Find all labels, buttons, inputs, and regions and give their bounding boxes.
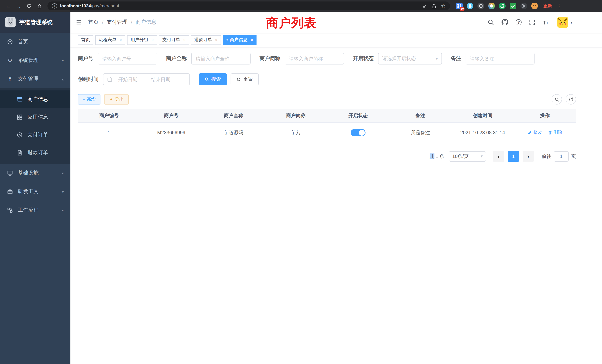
- search-button[interactable]: 搜索: [199, 73, 227, 85]
- search-button-label: 搜索: [211, 76, 221, 83]
- edit-link[interactable]: 修改: [527, 129, 542, 136]
- sidebar-item-merchant-info[interactable]: 商户信息: [0, 90, 70, 108]
- chevron-down-icon: ▾: [436, 56, 438, 61]
- breadcrumb-payment[interactable]: 支付管理: [107, 19, 128, 26]
- password-key-icon[interactable]: [422, 3, 427, 8]
- sidebar-item-workflow[interactable]: 工作流程 ▾: [0, 201, 70, 219]
- urlbar-actions: ☆: [422, 3, 446, 9]
- export-button[interactable]: 导出: [104, 94, 129, 105]
- url-bar[interactable]: i localhost:1024/pay/merchant ☆: [47, 1, 450, 10]
- home-button[interactable]: [35, 1, 44, 10]
- help-icon[interactable]: ?: [516, 19, 522, 25]
- url-path: /pay/merchant: [91, 3, 119, 9]
- extension-green-square-icon[interactable]: [510, 3, 516, 9]
- add-button[interactable]: + 新增: [78, 94, 100, 105]
- sidebar-item-dev-tools[interactable]: 研发工具 ▾: [0, 182, 70, 201]
- avatar: [557, 17, 568, 28]
- extension-drop-icon[interactable]: [467, 3, 473, 9]
- table-row: 1 M233666999 芋道源码 芋艿 我是备注 2021-10-23 08:…: [78, 122, 576, 143]
- tab-merchant-info[interactable]: ●商户信息×: [223, 35, 257, 45]
- tab-label: 首页: [81, 37, 90, 43]
- breadcrumb-separator: /: [102, 19, 103, 25]
- close-icon[interactable]: ×: [119, 37, 122, 43]
- close-icon[interactable]: ×: [251, 37, 253, 43]
- date-range-picker[interactable]: -: [103, 73, 190, 85]
- delete-link-label: 删除: [553, 129, 562, 136]
- forward-button[interactable]: →: [14, 1, 23, 10]
- merchant-table: 商户编号 商户号 商户全称 商户简称 开启状态 备注 创建时间 操作 1: [78, 109, 576, 143]
- merchant-no-label: 商户号: [78, 55, 93, 62]
- cell-full-name: 芋道源码: [202, 122, 265, 143]
- status-select[interactable]: 请选择开启状态 ▾: [378, 53, 442, 64]
- back-button[interactable]: ←: [4, 1, 13, 10]
- page-1-button[interactable]: 1: [508, 151, 519, 161]
- tab-label: 流程表单: [99, 37, 116, 43]
- delete-link[interactable]: 删除: [548, 129, 562, 136]
- full-name-input[interactable]: [191, 53, 251, 64]
- extension-avatar-icon[interactable]: [531, 3, 538, 9]
- cell-create-time: 2021-10-23 08:31:14: [452, 122, 514, 143]
- close-icon[interactable]: ×: [183, 37, 186, 43]
- merchant-no-input[interactable]: [98, 53, 157, 64]
- browser-update-button[interactable]: 更新: [543, 3, 552, 9]
- filter-remark: 备注: [451, 53, 535, 64]
- share-icon[interactable]: [432, 3, 437, 8]
- dashboard-icon: [7, 39, 13, 45]
- next-page-button[interactable]: ›: [523, 151, 534, 161]
- user-avatar-menu[interactable]: ▾: [557, 17, 572, 28]
- prev-page-button[interactable]: ‹: [493, 151, 504, 161]
- github-icon[interactable]: [502, 19, 508, 26]
- tab-process-form[interactable]: 流程表单×: [95, 35, 125, 45]
- goto-page-input[interactable]: [554, 151, 569, 161]
- reset-button[interactable]: 重置: [231, 73, 259, 85]
- search-icon[interactable]: [488, 19, 494, 26]
- reload-button[interactable]: [24, 1, 33, 10]
- extension-badge: 10: [460, 7, 464, 11]
- fullscreen-icon[interactable]: [529, 19, 536, 25]
- sidebar-item-app-info[interactable]: 应用信息: [0, 108, 70, 126]
- sidebar-item-home[interactable]: 首页: [0, 33, 70, 51]
- page-size-select[interactable]: 10条/页 ▾: [449, 151, 486, 161]
- close-icon[interactable]: ×: [151, 37, 154, 43]
- search-icon: [554, 97, 559, 102]
- status-select-placeholder: 请选择开启状态: [382, 55, 416, 62]
- site-info-icon[interactable]: i: [52, 3, 57, 9]
- short-name-input[interactable]: [285, 53, 344, 64]
- extension-grid-icon[interactable]: 10: [456, 3, 463, 9]
- sidebar-item-label: 基础设施: [18, 170, 39, 176]
- header-merchant-id: 商户编号: [78, 109, 140, 122]
- tab-refund-orders[interactable]: 退款订单×: [191, 35, 221, 45]
- sidebar-item-refund-orders[interactable]: 退款订单: [0, 144, 70, 162]
- bookmark-star-icon[interactable]: ☆: [441, 3, 446, 9]
- tab-home[interactable]: 首页: [78, 35, 93, 45]
- start-date-input[interactable]: [115, 76, 141, 82]
- browser-chrome: ← → i localhost:1024/pay/merchant ☆ 10: [0, 0, 602, 12]
- extension-pinwheel-icon[interactable]: [520, 3, 527, 9]
- close-icon[interactable]: ×: [215, 37, 218, 43]
- tag-bar: 首页 流程表单× 用户分组× 支付订单× 退款订单× ●商户信息×: [70, 33, 602, 47]
- font-size-icon[interactable]: TT: [543, 20, 548, 25]
- app-logo[interactable]: 芋道管理系统: [0, 12, 70, 33]
- sidebar-item-infra[interactable]: 基础设施 ▾: [0, 164, 70, 182]
- pencil-icon: [527, 130, 532, 135]
- browser-menu-icon[interactable]: ⋮: [556, 3, 562, 9]
- tab-payment-orders[interactable]: 支付订单×: [159, 35, 189, 45]
- extension-green-circle-icon[interactable]: [499, 3, 506, 9]
- date-separator: -: [143, 76, 145, 82]
- sidebar-item-payment-orders[interactable]: 支付订单: [0, 126, 70, 144]
- extension-colorful-icon[interactable]: [488, 3, 495, 9]
- status-toggle[interactable]: [351, 129, 366, 136]
- sidebar-item-system[interactable]: ⚙ 系统管理 ▾: [0, 51, 70, 70]
- breadcrumb-home[interactable]: 首页: [88, 19, 99, 26]
- refresh-table-button[interactable]: [566, 94, 576, 105]
- toggle-search-button[interactable]: [552, 94, 562, 105]
- full-name-label: 商户全称: [166, 55, 187, 62]
- sidebar-item-payment[interactable]: ¥ 支付管理 ▴: [0, 70, 70, 88]
- end-date-input[interactable]: [147, 76, 174, 82]
- extension-dark-circle-icon[interactable]: [477, 3, 484, 9]
- remark-input[interactable]: [466, 53, 535, 64]
- pagination: 共 1 条 10条/页 ▾ ‹ 1 › 前往 页: [78, 151, 576, 161]
- tab-user-group[interactable]: 用户分组×: [127, 35, 157, 45]
- sidebar-collapse-icon[interactable]: [76, 19, 82, 26]
- header-short-name: 商户简称: [265, 109, 327, 122]
